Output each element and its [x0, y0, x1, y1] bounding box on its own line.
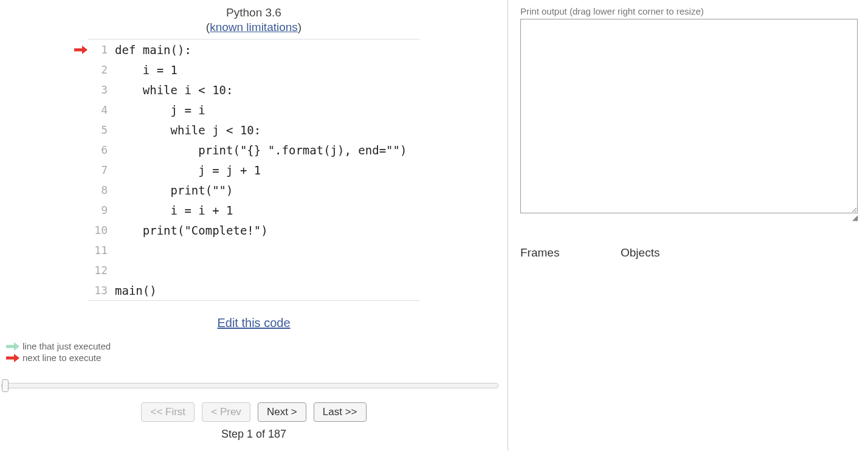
line-number: 12 [88, 264, 112, 277]
arrow-column [71, 100, 88, 120]
output-pane: Print output (drag lower right corner to… [508, 0, 868, 451]
arrow-column [71, 240, 88, 260]
line-number: 11 [88, 244, 112, 256]
edit-code-link[interactable]: Edit this code [217, 316, 290, 329]
line-number: 4 [88, 103, 112, 116]
prev-button[interactable]: < Prev [202, 402, 250, 422]
line-number: 13 [88, 284, 112, 297]
arrow-column [71, 80, 88, 100]
line-number: 5 [88, 123, 112, 136]
next-arrow-icon [6, 354, 19, 362]
code-row: 4 j = i [88, 100, 419, 120]
code-text: print("") [112, 184, 419, 197]
line-number: 10 [88, 224, 112, 236]
svg-marker-5 [14, 354, 19, 362]
legend-just-executed-label: line that just executed [22, 341, 111, 351]
frames-objects-row: Frames Objects [520, 246, 862, 260]
code-text: j = j + 1 [112, 164, 419, 177]
step-slider-row [0, 380, 503, 391]
print-output[interactable] [520, 19, 858, 213]
code-row: 12 [88, 260, 419, 280]
prev-arrow-icon [6, 342, 19, 351]
code-row: 8 print("") [88, 180, 419, 200]
code-text: print("{} ".format(j), end="") [112, 143, 419, 157]
language-title: Python 3.6 [0, 6, 508, 19]
resize-handle-icon[interactable]: ◢ [852, 213, 862, 222]
paren-close: ) [298, 21, 301, 33]
line-number: 3 [88, 83, 112, 96]
known-limitations-link[interactable]: known limitations [210, 21, 298, 33]
code-text: main() [112, 284, 419, 297]
code-row: 7 j = j + 1 [88, 160, 419, 180]
arrow-legend: line that just executed next line to exe… [6, 341, 508, 363]
app-container: Python 3.6 (known limitations) 1def main… [0, 0, 868, 451]
step-slider[interactable] [1, 381, 498, 390]
arrow-column [71, 40, 88, 60]
code-text: def main(): [112, 43, 419, 57]
code-pane: Python 3.6 (known limitations) 1def main… [0, 0, 508, 451]
last-button[interactable]: Last >> [314, 402, 367, 422]
arrow-column [71, 180, 88, 200]
line-number: 9 [88, 204, 112, 216]
code-text: j = i [112, 103, 419, 117]
svg-marker-3 [14, 342, 19, 351]
code-row: 2 i = 1 [88, 60, 419, 80]
limitations-line: (known limitations) [0, 21, 508, 34]
code-text: i = i + 1 [112, 204, 419, 217]
code-text: while i < 10: [112, 83, 419, 97]
code-row: 13main() [88, 280, 419, 300]
code-row: 6 print("{} ".format(j), end="") [88, 140, 419, 160]
legend-next-line: next line to execute [6, 353, 508, 363]
frames-heading: Frames [520, 246, 621, 260]
svg-marker-1 [82, 46, 88, 54]
code-text: while j < 10: [112, 123, 419, 137]
arrow-column [71, 200, 88, 220]
legend-just-executed: line that just executed [6, 341, 508, 351]
line-number: 6 [88, 143, 112, 156]
arrow-column [71, 280, 88, 300]
output-label: Print output (drag lower right corner to… [520, 6, 862, 16]
objects-heading: Objects [621, 246, 660, 260]
line-number: 7 [88, 164, 112, 176]
next-button[interactable]: Next > [258, 402, 306, 422]
code-row: 5 while j < 10: [88, 120, 419, 140]
arrow-column [71, 120, 88, 140]
line-number: 2 [88, 63, 112, 76]
line-number: 8 [88, 184, 112, 196]
arrow-column [71, 220, 88, 240]
arrow-column [71, 60, 88, 80]
edit-code-row: Edit this code [0, 316, 508, 330]
code-row: 1def main(): [88, 40, 419, 60]
code-listing: 1def main():2 i = 13 while i < 10:4 j = … [88, 39, 419, 301]
code-header: Python 3.6 (known limitations) [0, 6, 508, 34]
arrow-column [71, 140, 88, 160]
arrow-column [71, 260, 88, 280]
code-row: 10 print("Complete!") [88, 220, 419, 240]
code-text: print("Complete!") [112, 224, 419, 237]
code-row: 11 [88, 240, 419, 260]
current-line-arrow-icon [74, 46, 88, 54]
code-text: i = 1 [112, 63, 419, 77]
line-number: 1 [88, 43, 112, 56]
first-button[interactable]: << First [141, 402, 195, 422]
step-label: Step 1 of 187 [0, 428, 508, 441]
legend-next-line-label: next line to execute [22, 353, 101, 363]
arrow-column [71, 160, 88, 180]
code-row: 9 i = i + 1 [88, 200, 419, 220]
nav-buttons: << First < Prev Next > Last >> [0, 402, 508, 422]
code-row: 3 while i < 10: [88, 80, 419, 100]
